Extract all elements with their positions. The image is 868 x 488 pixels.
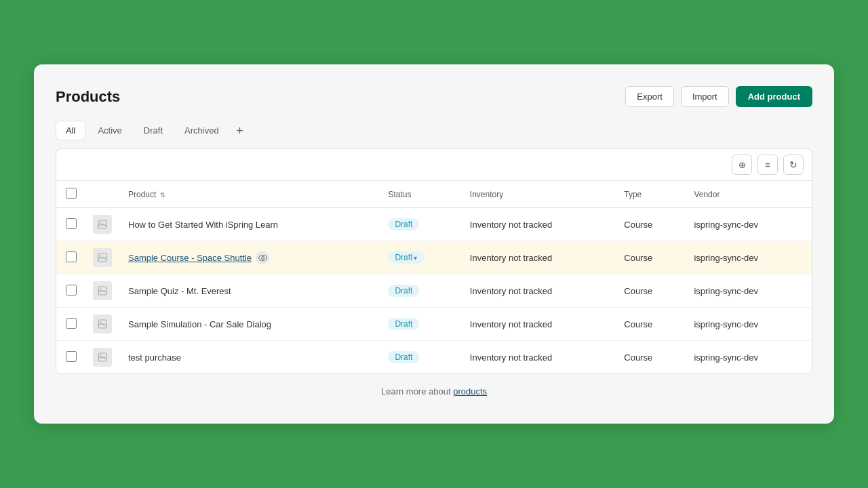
eye-icon [258,255,267,261]
row-checkbox[interactable] [66,318,77,329]
table-body: How to Get Started With iSpring Learn Dr… [56,208,812,374]
product-name-link[interactable]: Sample Course - Space Shuttle [128,253,252,263]
row-status-cell: Draft [380,208,461,241]
add-product-button[interactable]: Add product [736,86,812,107]
status-badge: Draft ▾ [388,251,424,264]
inventory-value: Inventory not tracked [470,319,552,329]
row-type-cell: Course [616,274,686,308]
tab-active[interactable]: Active [88,121,131,140]
search-filter-icon: ⊕ [738,160,746,170]
main-card: Products Export Import Add product All A… [34,64,834,424]
row-status-cell: Draft [380,341,461,374]
row-product-cell: Sample Course - Space Shuttle [120,241,380,274]
row-inventory-cell: Inventory not tracked [462,208,616,241]
vendor-value: ispring-sync-dev [694,286,758,296]
row-thumb-cell [85,274,120,308]
header-inventory-cell: Inventory [462,181,616,208]
table-row: Sample Simulation - Car Sale Dialog Draf… [56,308,812,341]
table-header-row: Product ⇅ Status Inventory Type Vendor [56,181,812,208]
image-icon [98,286,107,296]
vendor-value: ispring-sync-dev [694,220,758,230]
preview-eye-button[interactable] [256,251,269,264]
header-vendor-cell: Vendor [686,181,812,208]
svg-point-1 [100,222,102,224]
table-row: Sample Quiz - Mt. Everest Draft Inventor… [56,274,812,308]
row-checkbox[interactable] [66,285,77,296]
table-row: test purchase Draft Inventory not tracke… [56,341,812,374]
import-button[interactable]: Import [681,86,729,107]
row-status-cell: Draft ▾ [380,241,461,274]
inventory-value: Inventory not tracked [470,220,552,230]
type-value: Course [624,352,652,363]
tab-all[interactable]: All [56,121,85,140]
product-thumbnail [93,248,112,267]
row-vendor-cell: ispring-sync-dev [686,274,812,308]
header-type-cell: Type [616,181,686,208]
status-badge: Draft [388,318,419,330]
add-tab-button[interactable]: + [231,122,249,140]
footer: Learn more about products [56,386,812,396]
row-thumb-cell [85,308,120,341]
footer-text: Learn more about [381,386,453,396]
tabs-row: All Active Draft Archived + [56,121,812,140]
row-checkbox-cell [56,241,85,274]
tab-draft[interactable]: Draft [134,121,172,140]
svg-point-3 [100,256,102,257]
row-product-cell: Sample Quiz - Mt. Everest [120,274,380,308]
row-checkbox-cell [56,274,85,308]
inventory-value: Inventory not tracked [470,286,552,296]
status-badge: Draft [388,218,419,230]
filter-button[interactable]: ≡ [757,155,778,175]
page-title: Products [56,88,120,106]
row-vendor-cell: ispring-sync-dev [686,241,812,274]
row-inventory-cell: Inventory not tracked [462,241,616,274]
type-value: Course [624,253,652,263]
table-row: Sample Course - Space Shuttle Draft [56,241,812,274]
row-thumb-cell [85,341,120,374]
filter-icon: ≡ [765,160,770,170]
search-filter-button[interactable]: ⊕ [732,155,752,175]
svg-point-11 [100,355,102,357]
product-name: test purchase [128,352,181,363]
chevron-down-icon: ▾ [414,254,417,262]
header-status-cell: Status [380,181,461,208]
product-thumbnail [93,215,112,234]
header-thumb-cell [85,181,120,208]
row-type-cell: Course [616,308,686,341]
page-header: Products Export Import Add product [56,86,812,107]
image-icon [98,319,107,329]
vendor-value: ispring-sync-dev [694,352,758,363]
row-checkbox[interactable] [66,218,77,229]
inventory-value: Inventory not tracked [470,352,552,363]
footer-products-link[interactable]: products [453,386,487,396]
header-checkbox-cell [56,181,85,208]
vendor-value: ispring-sync-dev [694,319,758,329]
product-thumbnail [93,348,112,367]
row-product-cell: test purchase [120,341,380,374]
product-name: Sample Simulation - Car Sale Dialog [128,319,271,329]
row-checkbox[interactable] [66,351,77,362]
row-checkbox-cell [56,308,85,341]
row-inventory-cell: Inventory not tracked [462,308,616,341]
row-product-cell: How to Get Started With iSpring Learn [120,208,380,241]
products-table: Product ⇅ Status Inventory Type Vendor [56,181,812,373]
row-status-cell: Draft [380,308,461,341]
row-vendor-cell: ispring-sync-dev [686,308,812,341]
table-toolbar: ⊕ ≡ ↻ [56,149,812,181]
svg-point-4 [258,255,267,260]
status-badge: Draft [388,351,419,363]
row-checkbox-cell [56,341,85,374]
table-row: How to Get Started With iSpring Learn Dr… [56,208,812,241]
select-all-checkbox[interactable] [66,188,77,199]
type-value: Course [624,220,652,230]
row-inventory-cell: Inventory not tracked [462,274,616,308]
svg-point-7 [100,289,102,290]
image-icon [98,253,107,262]
export-button[interactable]: Export [625,86,674,107]
row-vendor-cell: ispring-sync-dev [686,341,812,374]
refresh-button[interactable]: ↻ [783,155,804,175]
row-actions: Sample Course - Space Shuttle [128,251,372,264]
row-checkbox[interactable] [66,251,77,262]
tab-archived[interactable]: Archived [175,121,229,140]
product-name: How to Get Started With iSpring Learn [128,220,278,230]
